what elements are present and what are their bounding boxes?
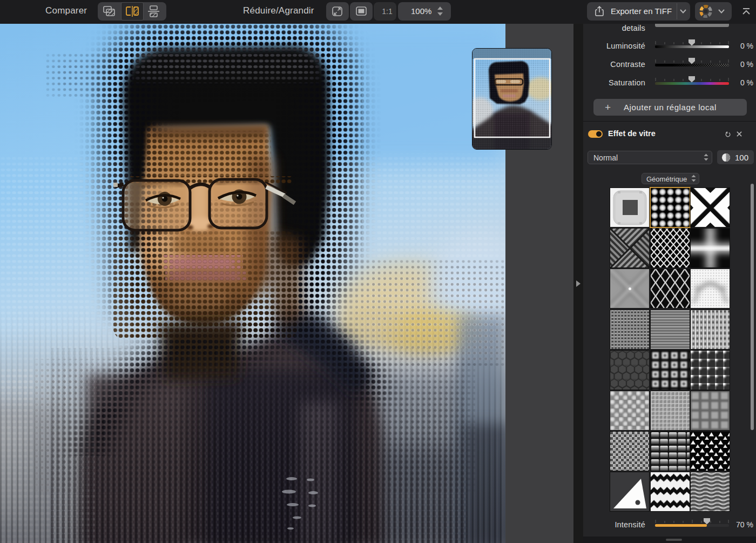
svg-text:1:1: 1:1 [382, 7, 393, 16]
